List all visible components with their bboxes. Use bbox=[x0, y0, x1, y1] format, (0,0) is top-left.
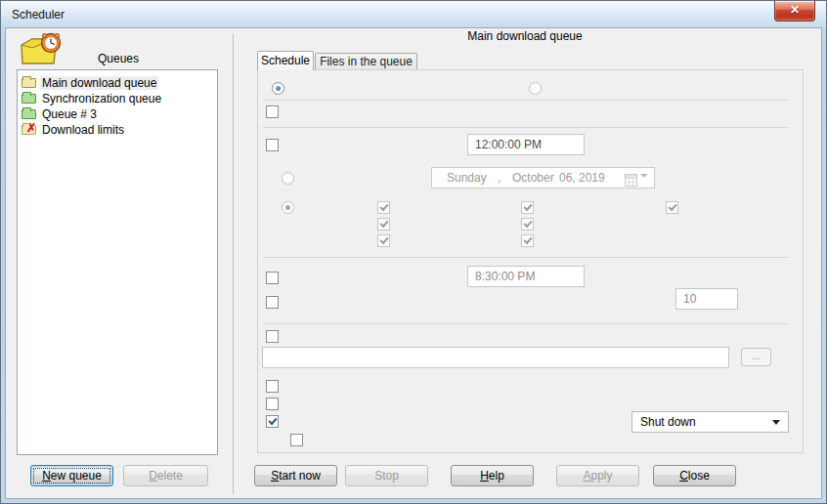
tab-schedule[interactable]: Schedule bbox=[257, 51, 314, 70]
stop-time-input bbox=[467, 266, 585, 287]
stop-download-checkbox[interactable] bbox=[266, 272, 279, 284]
queue-item-label: Main download queue bbox=[40, 76, 158, 90]
queue-title: Main download queue bbox=[245, 29, 805, 43]
separator bbox=[263, 127, 788, 128]
delete-button: Delete bbox=[123, 465, 208, 486]
queue-item-label: Synchronization queue bbox=[40, 92, 163, 105]
date-weekday: Sunday bbox=[447, 171, 487, 185]
new-queue-button[interactable]: New queue bbox=[30, 465, 113, 486]
queue-item-queue3[interactable]: Queue # 3 bbox=[22, 106, 217, 121]
force-terminate-checkbox[interactable] bbox=[290, 434, 303, 446]
apply-button: Apply bbox=[556, 465, 639, 486]
shutdown-action-select[interactable]: Shut down bbox=[631, 411, 789, 433]
panel-divider bbox=[233, 33, 234, 494]
separator bbox=[263, 100, 788, 101]
queue-item-download-limits[interactable]: ✗ Download limits bbox=[22, 122, 217, 137]
day-monday-checkbox bbox=[377, 218, 390, 231]
calendar-dropdown-button bbox=[625, 171, 650, 186]
retries-input bbox=[675, 288, 738, 310]
date-day-year: 06, 2019 bbox=[559, 171, 605, 185]
open-file-path-input[interactable] bbox=[262, 347, 729, 368]
stop-button: Stop bbox=[345, 465, 428, 486]
chevron-down-icon bbox=[772, 420, 780, 425]
day-thursday-checkbox bbox=[521, 218, 534, 231]
idm-startup-checkbox[interactable] bbox=[266, 105, 279, 118]
start-download-checkbox[interactable] bbox=[266, 139, 279, 151]
shutdown-action-value: Shut down bbox=[640, 415, 696, 429]
queues-panel-title: Queues bbox=[19, 52, 218, 65]
separator bbox=[263, 323, 788, 324]
help-button[interactable]: Help bbox=[451, 465, 534, 486]
start-now-button[interactable]: Start now bbox=[254, 465, 337, 486]
retries-checkbox[interactable] bbox=[266, 296, 279, 309]
queue-item-synchronization[interactable]: Synchronization queue bbox=[22, 91, 217, 105]
browse-button: ... bbox=[741, 348, 771, 366]
once-at-radio bbox=[282, 172, 294, 185]
day-wednesday-checkbox bbox=[521, 201, 534, 214]
scheduler-window: Scheduler ✕ Queues Main download queue S… bbox=[0, 0, 827, 504]
folder-limits-icon: ✗ bbox=[22, 125, 36, 135]
queue-item-label: Queue # 3 bbox=[40, 107, 99, 121]
date-month: October bbox=[512, 171, 554, 185]
hangup-modem-checkbox[interactable] bbox=[266, 380, 279, 393]
periodic-sync-radio bbox=[529, 82, 542, 95]
calendar-icon bbox=[625, 174, 637, 187]
start-time-input[interactable] bbox=[467, 134, 585, 155]
queue-item-label: Download limits bbox=[40, 123, 126, 137]
one-time-radio[interactable] bbox=[272, 82, 284, 95]
close-button[interactable]: ✕ bbox=[774, 1, 815, 21]
open-file-checkbox[interactable] bbox=[266, 330, 279, 343]
tab-files-in-queue[interactable]: Files in the queue bbox=[315, 53, 417, 70]
date-picker: Sunday , October 06, 2019 bbox=[431, 167, 655, 189]
day-tuesday-checkbox bbox=[377, 234, 390, 247]
day-saturday-checkbox bbox=[666, 201, 678, 214]
close-dialog-button[interactable]: Close bbox=[653, 465, 736, 486]
day-friday-checkbox bbox=[521, 234, 534, 247]
queue-item-main[interactable]: Main download queue bbox=[22, 75, 217, 90]
turn-off-computer-checkbox[interactable] bbox=[266, 415, 279, 428]
daily-radio bbox=[282, 201, 294, 214]
queues-listbox: Main download queue Synchronization queu… bbox=[17, 69, 218, 455]
close-icon: ✕ bbox=[790, 3, 800, 17]
window-title: Scheduler bbox=[12, 8, 65, 21]
folder-green-icon bbox=[22, 94, 36, 104]
exit-idm-checkbox[interactable] bbox=[266, 398, 279, 410]
folder-green-icon bbox=[22, 109, 36, 119]
folder-yellow-icon bbox=[22, 78, 36, 88]
chevron-down-icon bbox=[640, 174, 648, 178]
date-comma: , bbox=[498, 171, 501, 185]
day-sunday-checkbox bbox=[377, 201, 390, 214]
separator bbox=[263, 257, 788, 258]
